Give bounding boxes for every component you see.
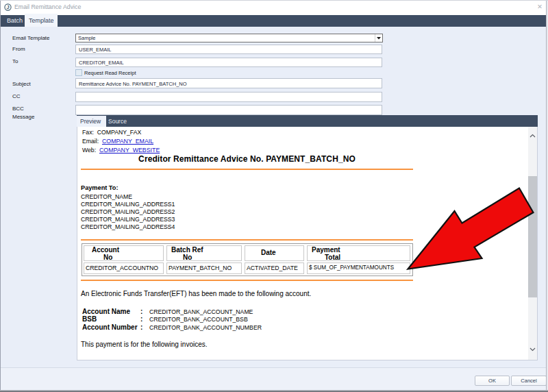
svg-text:J: J bbox=[7, 4, 10, 10]
